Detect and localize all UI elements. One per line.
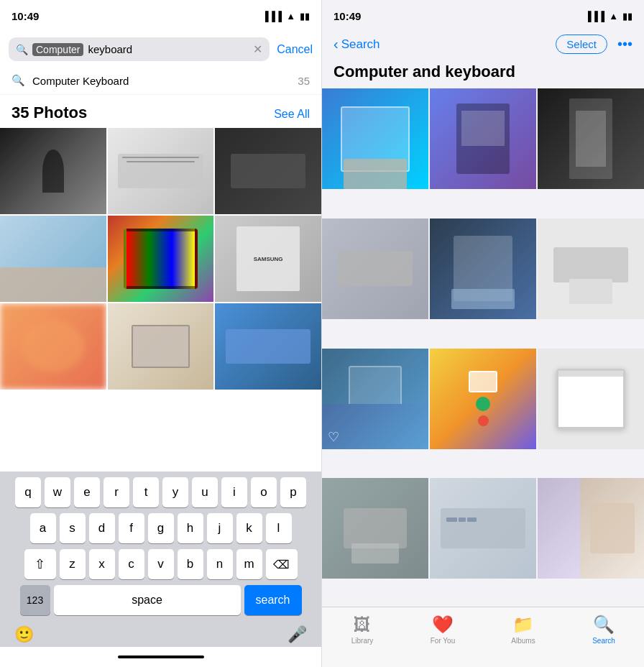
albums-icon: 📁 bbox=[512, 615, 534, 635]
wifi-icon: ▲ bbox=[286, 11, 295, 22]
right-status-icons: ▐▐▐ ▲ ▮▮ bbox=[584, 11, 632, 22]
key-o[interactable]: o bbox=[251, 477, 277, 507]
tab-search[interactable]: 🔍 Search bbox=[564, 613, 644, 645]
space-key[interactable]: space bbox=[54, 585, 241, 615]
key-z[interactable]: z bbox=[60, 549, 86, 579]
keyboard-row-1: q w e r t y u i o p bbox=[3, 477, 318, 507]
key-h[interactable]: h bbox=[178, 513, 203, 543]
right-photo-12[interactable] bbox=[538, 478, 644, 579]
right-photo-4[interactable] bbox=[322, 218, 428, 319]
heart-icon: ♡ bbox=[328, 429, 339, 445]
key-q[interactable]: q bbox=[15, 477, 41, 507]
photo-cell-4[interactable] bbox=[0, 216, 106, 302]
photo-cell-1[interactable] bbox=[0, 128, 106, 214]
right-photo-11[interactable] bbox=[430, 478, 536, 579]
key-g[interactable]: g bbox=[148, 513, 174, 543]
cancel-button[interactable]: Cancel bbox=[277, 43, 313, 56]
key-j[interactable]: j bbox=[207, 513, 233, 543]
right-photo-1[interactable] bbox=[322, 88, 428, 189]
signal-icon: ▐▐▐ bbox=[262, 11, 282, 22]
tab-library[interactable]: 🖼 Library bbox=[322, 613, 402, 645]
left-status-time: 10:49 bbox=[12, 10, 39, 22]
search-icon: 🔍 bbox=[16, 44, 28, 55]
photo-cell-3[interactable] bbox=[215, 128, 321, 214]
tab-for-you[interactable]: ❤️ For You bbox=[402, 613, 483, 645]
right-photo-9-monitor[interactable] bbox=[538, 349, 644, 449]
right-photo-5[interactable] bbox=[430, 218, 536, 319]
key-e[interactable]: e bbox=[74, 477, 100, 507]
suggestion-row[interactable]: 🔍 Computer Keyboard 35 bbox=[0, 67, 321, 95]
section-title: 35 Photos bbox=[12, 104, 87, 122]
right-panel: 10:49 ▐▐▐ ▲ ▮▮ ‹ Search Select ••• Compu… bbox=[322, 0, 644, 667]
suggestion-search-icon: 🔍 bbox=[12, 74, 25, 87]
see-all-button[interactable]: See All bbox=[274, 108, 310, 121]
key-x[interactable]: x bbox=[89, 549, 115, 579]
key-w[interactable]: w bbox=[45, 477, 70, 507]
more-button[interactable]: ••• bbox=[617, 36, 632, 52]
left-status-bar: 10:49 ▐▐▐ ▲ ▮▮ bbox=[0, 0, 321, 32]
home-bar-left bbox=[118, 656, 204, 658]
emoji-key[interactable]: 🙂 bbox=[14, 625, 34, 644]
suggestion-text: Computer Keyboard bbox=[32, 75, 298, 87]
search-token[interactable]: Computer bbox=[32, 43, 83, 56]
key-y[interactable]: y bbox=[162, 477, 188, 507]
section-header: 35 Photos See All bbox=[0, 95, 321, 128]
key-t[interactable]: t bbox=[133, 477, 159, 507]
keyboard-row-2: a s d f g h j k l bbox=[3, 513, 318, 543]
right-wifi-icon: ▲ bbox=[609, 11, 618, 22]
tab-albums[interactable]: 📁 Albums bbox=[483, 613, 564, 645]
key-m[interactable]: m bbox=[236, 549, 262, 579]
right-photo-6[interactable] bbox=[538, 218, 644, 319]
albums-label: Albums bbox=[511, 637, 535, 645]
page-title: Computer and keyboard bbox=[322, 60, 644, 88]
right-photo-2[interactable] bbox=[430, 88, 536, 189]
shift-key[interactable]: ⇧ bbox=[24, 549, 56, 579]
key-n[interactable]: n bbox=[207, 549, 233, 579]
photo-cell-7[interactable] bbox=[0, 303, 106, 390]
key-i[interactable]: i bbox=[221, 477, 247, 507]
left-home-indicator bbox=[0, 647, 321, 667]
search-tab-label: Search bbox=[592, 637, 615, 645]
mic-key[interactable]: 🎤 bbox=[288, 625, 307, 644]
back-button[interactable]: ‹ Search bbox=[334, 36, 380, 52]
keyboard-emoji-row: 🙂 🎤 bbox=[3, 621, 318, 644]
right-photo-3[interactable] bbox=[538, 88, 644, 189]
tab-bar: 🖼 Library ❤️ For You 📁 Albums 🔍 Search bbox=[322, 607, 644, 667]
key-p[interactable]: p bbox=[280, 477, 306, 507]
key-k[interactable]: k bbox=[236, 513, 262, 543]
photo-cell-8[interactable] bbox=[108, 303, 214, 390]
search-clear-button[interactable]: ✕ bbox=[253, 42, 262, 56]
keyboard-row-3: ⇧ z x c v b n m ⌫ bbox=[3, 549, 318, 579]
photo-cell-9[interactable] bbox=[215, 303, 321, 390]
key-b[interactable]: b bbox=[178, 549, 203, 579]
right-photo-10[interactable] bbox=[322, 478, 428, 579]
suggestion-count: 35 bbox=[298, 75, 310, 87]
key-r[interactable]: r bbox=[104, 477, 129, 507]
right-signal-icon: ▐▐▐ bbox=[584, 11, 604, 22]
delete-key[interactable]: ⌫ bbox=[266, 549, 298, 579]
right-photo-8-illustration[interactable] bbox=[430, 349, 536, 449]
key-f[interactable]: f bbox=[119, 513, 144, 543]
key-u[interactable]: u bbox=[192, 477, 218, 507]
key-s[interactable]: s bbox=[60, 513, 86, 543]
photo-cell-2[interactable] bbox=[108, 128, 214, 214]
photo-cell-6[interactable]: SAMSUNG bbox=[215, 216, 321, 302]
select-button[interactable]: Select bbox=[556, 34, 607, 54]
search-input-wrapper[interactable]: 🔍 Computer keyboard ✕ bbox=[9, 37, 270, 61]
right-photo-7[interactable]: ♡ bbox=[322, 349, 428, 449]
back-label: Search bbox=[341, 37, 380, 52]
key-a[interactable]: a bbox=[30, 513, 56, 543]
keyboard-area: q w e r t y u i o p a s d f g h j k l ⇧ … bbox=[0, 472, 321, 647]
key-d[interactable]: d bbox=[89, 513, 115, 543]
right-battery-icon: ▮▮ bbox=[622, 11, 632, 22]
key-v[interactable]: v bbox=[148, 549, 174, 579]
key-c[interactable]: c bbox=[119, 549, 144, 579]
keyboard-bottom-row: 123 space search bbox=[3, 585, 318, 615]
key-l[interactable]: l bbox=[266, 513, 292, 543]
search-input-text[interactable]: keyboard bbox=[88, 43, 249, 55]
right-photo-grid: ♡ bbox=[322, 88, 644, 607]
search-button[interactable]: search bbox=[244, 585, 302, 615]
num-key[interactable]: 123 bbox=[20, 585, 50, 615]
for-you-label: For You bbox=[431, 637, 455, 645]
photo-cell-5[interactable] bbox=[108, 216, 214, 302]
